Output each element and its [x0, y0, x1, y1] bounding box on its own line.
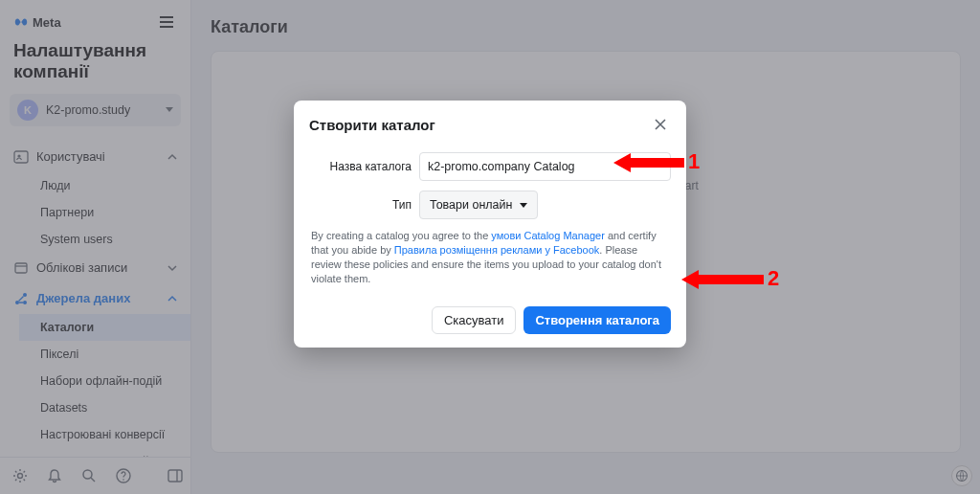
- create-catalog-modal: Створити каталог Назва каталога Тип Това…: [294, 101, 686, 348]
- modal-footer: Скасувати Створення каталога: [294, 297, 686, 348]
- annotation-1-label: 1: [688, 149, 700, 174]
- create-catalog-button[interactable]: Створення каталога: [523, 306, 671, 334]
- modal-header: Створити каталог: [294, 101, 686, 148]
- catalog-name-label: Назва каталога: [309, 160, 419, 173]
- catalog-name-input[interactable]: [419, 152, 671, 181]
- annotation-2: 2: [681, 269, 782, 290]
- modal-title: Створити каталог: [309, 117, 435, 133]
- catalog-manager-terms-link[interactable]: умови Catalog Manager: [491, 230, 605, 241]
- close-button[interactable]: [650, 114, 671, 135]
- form-row-name: Назва каталога: [309, 152, 671, 181]
- form-row-type: Тип Товари онлайн: [309, 191, 671, 219]
- modal-overlay[interactable]: Створити каталог Назва каталога Тип Това…: [0, 0, 980, 494]
- fb-ad-policies-link[interactable]: Правила розміщення реклами у Facebook: [394, 244, 599, 256]
- caret-down-icon: [520, 203, 527, 208]
- app-root: Meta Налаштування компанії K K2-promo.st…: [0, 0, 980, 494]
- close-icon: [654, 118, 667, 131]
- modal-body: Назва каталога Тип Товари онлайн By crea…: [294, 148, 686, 297]
- catalog-type-value: Товари онлайн: [430, 198, 512, 212]
- legal-disclaimer: By creating a catalog you agree to the у…: [309, 229, 671, 291]
- cancel-button[interactable]: Скасувати: [432, 306, 517, 334]
- catalog-type-label: Тип: [309, 198, 419, 212]
- annotation-2-label: 2: [768, 266, 779, 291]
- catalog-type-dropdown[interactable]: Товари онлайн: [419, 191, 538, 219]
